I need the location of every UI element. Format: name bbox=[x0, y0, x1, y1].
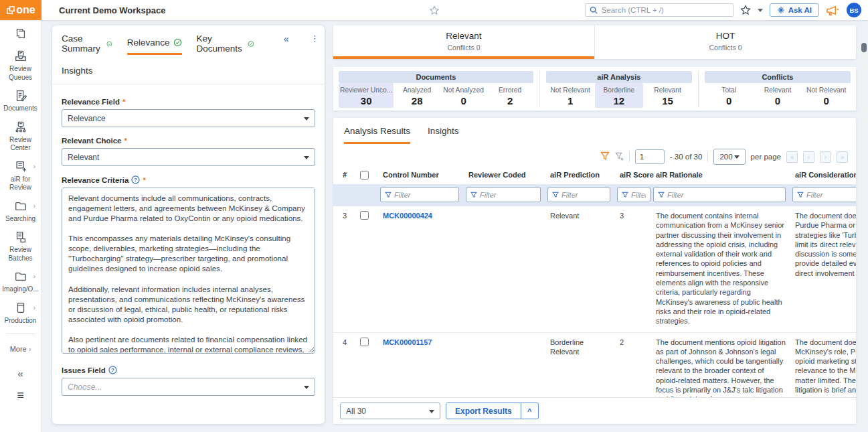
stat-relevant[interactable]: Relevant15 bbox=[643, 83, 692, 108]
caret-down-icon bbox=[304, 386, 309, 389]
issues-field-select[interactable]: Choose... bbox=[62, 378, 315, 396]
clear-filter-icon[interactable] bbox=[615, 152, 624, 162]
search-input[interactable] bbox=[602, 6, 729, 14]
col-air-rationale[interactable]: aiR Rationale bbox=[652, 169, 791, 184]
filter-control-number[interactable] bbox=[380, 187, 459, 202]
sidebar-item-workspace[interactable] bbox=[0, 27, 41, 42]
control-number-link[interactable]: MCK00000424 bbox=[379, 211, 464, 326]
next-page-button[interactable]: › bbox=[820, 151, 831, 163]
avatar-initials: BS bbox=[849, 7, 858, 14]
sidebar-collapse-icon[interactable]: « bbox=[17, 368, 23, 379]
stat-conflicts-total[interactable]: Total0 bbox=[705, 83, 754, 108]
tab-case-summary[interactable]: Case Summary bbox=[62, 33, 112, 59]
pagination-bar: - 30 of 30 200 per page « ‹ › » bbox=[333, 144, 856, 169]
relevant-choice-select[interactable]: Relevant bbox=[62, 148, 315, 166]
sidebar-item-review-center[interactable]: Review Center bbox=[0, 121, 41, 153]
ask-ai-button[interactable]: Ask AI bbox=[770, 3, 819, 17]
stat-errored[interactable]: Errored2 bbox=[487, 83, 533, 108]
filter-air-score[interactable] bbox=[617, 187, 650, 202]
global-search[interactable] bbox=[585, 3, 733, 17]
sparkle-icon bbox=[777, 6, 785, 14]
stat-borderline[interactable]: Borderline12 bbox=[595, 83, 644, 108]
stat-not-relevant[interactable]: Not Relevant1 bbox=[546, 83, 595, 108]
select-all-checkbox[interactable] bbox=[360, 171, 369, 179]
export-options-chevron-up-button[interactable]: ^ bbox=[521, 403, 539, 419]
prev-page-button[interactable]: ‹ bbox=[803, 151, 814, 163]
sidebar-item-searching[interactable]: › Searching bbox=[0, 200, 41, 224]
ask-ai-label: Ask AI bbox=[788, 6, 812, 14]
category-tabs: Relevant Conflicts 0 HOT Conflicts 0 bbox=[333, 25, 856, 59]
production-icon bbox=[14, 301, 27, 315]
sidebar-item-air-for-review[interactable]: › aiR for Review bbox=[0, 160, 41, 192]
required-asterisk: * bbox=[124, 137, 126, 145]
review-center-icon bbox=[14, 121, 27, 134]
tab-relevant[interactable]: Relevant Conflicts 0 bbox=[333, 25, 594, 59]
help-icon[interactable]: ? bbox=[108, 366, 117, 374]
first-page-button[interactable]: « bbox=[786, 151, 798, 163]
relativity-one-logo[interactable]: one bbox=[0, 0, 41, 20]
favorites-chevron-down-icon[interactable] bbox=[758, 9, 763, 12]
last-page-button[interactable]: » bbox=[837, 151, 848, 163]
tab-analysis-results[interactable]: Analysis Results bbox=[344, 126, 410, 144]
filter-air-consideration[interactable] bbox=[792, 187, 856, 202]
filter-icon[interactable] bbox=[600, 151, 610, 162]
favorites-star-icon[interactable] bbox=[740, 5, 751, 15]
filter-reviewer-coded[interactable] bbox=[466, 187, 541, 202]
tab-key-documents[interactable]: Key Documents bbox=[197, 33, 254, 59]
scrollbar-thumb[interactable] bbox=[861, 43, 867, 52]
col-control-number[interactable]: Control Number bbox=[379, 169, 464, 184]
col-air-prediction[interactable]: aiR Prediction bbox=[546, 169, 616, 184]
tab-relevance[interactable]: Relevance bbox=[127, 38, 182, 55]
sidebar-item-review-queues[interactable]: Review Queues bbox=[0, 50, 41, 82]
page-start-input[interactable] bbox=[635, 149, 665, 164]
help-icon[interactable]: ? bbox=[131, 175, 140, 184]
panel-kebab-menu-icon[interactable]: ⋮ bbox=[311, 33, 319, 44]
user-avatar[interactable]: BS bbox=[847, 3, 861, 17]
selection-scope-select[interactable]: All 30 bbox=[340, 403, 440, 419]
export-results-button[interactable]: Export Results bbox=[446, 403, 521, 419]
col-reviewer-coded[interactable]: Reviewer Coded bbox=[464, 169, 546, 184]
sidebar-item-production[interactable]: › Production bbox=[0, 301, 41, 326]
stat-analyzed[interactable]: Analyzed28 bbox=[394, 83, 440, 108]
tab-hot[interactable]: HOT Conflicts 0 bbox=[594, 25, 856, 59]
topbar-right-cluster: Ask AI BS bbox=[585, 3, 868, 17]
row-checkbox[interactable] bbox=[360, 338, 369, 346]
filter-icon bbox=[622, 192, 628, 198]
col-air-consideration[interactable]: aiR Consideration bbox=[791, 169, 856, 184]
stat-not-analyzed[interactable]: Not Analyzed0 bbox=[440, 83, 487, 108]
reviewer-coded-value bbox=[464, 338, 546, 397]
stat-conflicts-not-relevant[interactable]: Not Relevant0 bbox=[802, 83, 851, 108]
favorite-star-icon[interactable] bbox=[429, 5, 439, 15]
page-size-select[interactable]: 200 bbox=[713, 149, 745, 165]
control-number-link[interactable]: MCK00001157 bbox=[379, 338, 464, 397]
analysis-results-panel: Analysis Results Insights - 30 of 30 bbox=[333, 118, 856, 424]
review-batches-icon bbox=[14, 230, 27, 244]
vertical-scrollbar[interactable] bbox=[861, 42, 867, 429]
sidebar-item-documents[interactable]: Documents bbox=[0, 89, 41, 113]
col-air-score[interactable]: aiR Score bbox=[616, 169, 652, 184]
sidebar-item-imaging[interactable]: › Imaging/O... bbox=[0, 270, 41, 294]
issues-field-label: Issues Field ? bbox=[62, 366, 315, 374]
stat-reviewer-uncoded[interactable]: Reviewer Unco...30 bbox=[339, 83, 394, 108]
air-score-value: 2 bbox=[616, 338, 652, 397]
air-rationale-text: The document mentions opioid litigation … bbox=[652, 338, 791, 397]
air-prediction-value: Relevant bbox=[546, 211, 616, 326]
row-checkbox[interactable] bbox=[360, 211, 369, 220]
filter-air-rationale[interactable] bbox=[653, 187, 786, 202]
sidebar-hamburger-icon[interactable]: ≡ bbox=[17, 388, 24, 403]
stat-conflicts-relevant[interactable]: Relevant0 bbox=[754, 83, 802, 108]
relevance-field-select[interactable]: Relevance bbox=[62, 109, 315, 127]
filter-air-prediction[interactable] bbox=[547, 187, 610, 202]
announcements-megaphone-icon[interactable] bbox=[826, 4, 840, 16]
insights-subtab[interactable]: Insights bbox=[52, 59, 325, 84]
sidebar-item-review-batches[interactable]: Review Batches bbox=[0, 230, 41, 263]
table-filter-row bbox=[333, 184, 856, 206]
conflicts-count: Conflicts 0 bbox=[333, 44, 594, 52]
sidebar-more-button[interactable]: More› bbox=[10, 345, 31, 353]
tab-insights[interactable]: Insights bbox=[428, 126, 459, 144]
relevance-criteria-textarea[interactable]: Relevant documents include all communica… bbox=[62, 188, 315, 354]
folder-icon bbox=[14, 270, 27, 283]
panel-collapse-icon[interactable]: « bbox=[284, 33, 289, 44]
documents-icon bbox=[14, 89, 27, 102]
review-queues-icon bbox=[14, 50, 27, 63]
